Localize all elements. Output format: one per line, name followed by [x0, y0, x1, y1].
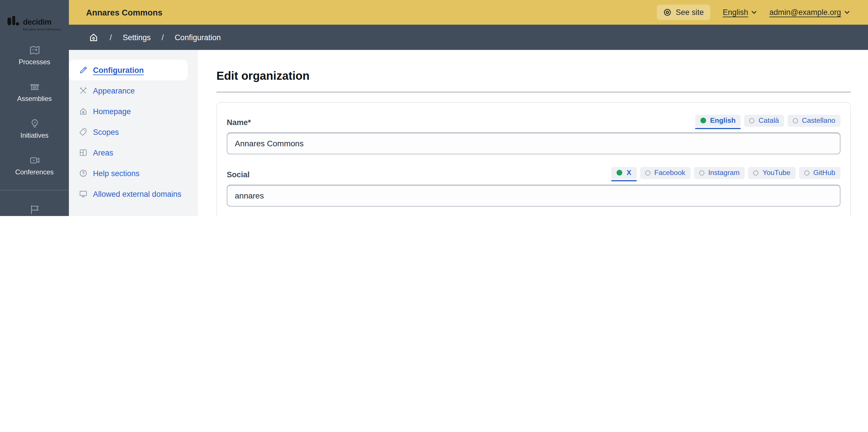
- language-tab-castellano[interactable]: Castellano: [787, 115, 840, 127]
- radio-icon: [753, 170, 758, 175]
- sidebar-group-spaces: Processes Assemblies Initiatives: [0, 36, 69, 183]
- organization-name: Annares Commons: [86, 8, 162, 17]
- field-name: Name* English Català: [227, 115, 840, 154]
- sidebar-item-label: Conferences: [15, 168, 54, 176]
- tools-icon: [79, 86, 88, 95]
- account-menu-label: admin@example.org: [769, 8, 841, 16]
- nav-item-homepage[interactable]: Homepage: [69, 101, 198, 122]
- sidebar-item-initiatives[interactable]: Initiatives: [0, 110, 69, 146]
- nav-item-label: Scopes: [93, 128, 119, 136]
- grid-icon: [79, 148, 88, 157]
- radio-selected-icon: [701, 118, 706, 123]
- sidebar-item-label: Initiatives: [20, 132, 49, 139]
- decidim-logo-mark: [7, 15, 21, 28]
- social-tab-instagram[interactable]: Instagram: [694, 167, 745, 179]
- nav-item-scopes[interactable]: Scopes: [69, 122, 198, 142]
- sidebar-group-admin: Global moderations Pages Partici: [0, 190, 69, 216]
- social-tab-github[interactable]: GitHub: [799, 167, 840, 179]
- see-site-button[interactable]: See site: [657, 5, 710, 20]
- social-input[interactable]: [227, 185, 840, 206]
- nav-item-help-sections[interactable]: Help sections: [69, 163, 198, 184]
- breadcrumb-item-settings[interactable]: Settings: [123, 33, 151, 42]
- breadcrumb-item-configuration[interactable]: Configuration: [175, 33, 221, 42]
- sidebar-item-processes[interactable]: Processes: [0, 36, 69, 73]
- nav-item-label: Appearance: [93, 86, 135, 95]
- sidebar-item-assemblies[interactable]: Assemblies: [0, 73, 69, 110]
- language-tab-label: English: [710, 117, 736, 125]
- chevron-down-icon: [844, 11, 849, 14]
- field-social: Social X Facebook: [227, 167, 840, 206]
- name-label: Name*: [227, 118, 251, 127]
- social-network-tabs: X Facebook Instagram: [612, 167, 840, 179]
- main-sidebar: decidim free open-source democracy Proce…: [0, 0, 69, 216]
- monitor-icon: [79, 189, 88, 199]
- social-tab-label: YouTube: [763, 169, 790, 177]
- price-tag-icon: [79, 127, 88, 137]
- see-site-label: See site: [676, 8, 704, 16]
- language-menu-label: English: [723, 8, 748, 16]
- video-icon: [28, 154, 40, 166]
- name-input[interactable]: [227, 133, 840, 154]
- social-tab-x[interactable]: X: [612, 167, 637, 179]
- eye-target-icon: [663, 8, 672, 16]
- breadcrumb-separator: /: [110, 33, 112, 42]
- language-tab-english[interactable]: English: [695, 115, 741, 127]
- flag-icon: [28, 203, 40, 215]
- content-area: Configuration Appearance Homepage: [69, 50, 868, 216]
- nav-item-label: Areas: [93, 148, 113, 157]
- title-divider: [216, 92, 851, 92]
- language-tabs: English Català Castellano: [695, 115, 840, 127]
- logo-tagline: free open-source democracy: [23, 27, 61, 31]
- language-menu[interactable]: English: [723, 8, 757, 16]
- sidebar-item-global-moderations[interactable]: Global moderations: [0, 196, 69, 216]
- bank-icon: [28, 80, 40, 93]
- question-icon: [79, 169, 88, 178]
- decidim-logo-text: decidim free open-source democracy: [23, 15, 61, 31]
- nav-item-label: Configuration: [93, 66, 144, 74]
- social-tab-facebook[interactable]: Facebook: [640, 167, 690, 179]
- language-tab-catala[interactable]: Català: [744, 115, 784, 127]
- nav-item-areas[interactable]: Areas: [69, 142, 198, 163]
- social-label: Social: [227, 170, 250, 179]
- radio-icon: [749, 118, 755, 123]
- home-gear-icon[interactable]: [88, 32, 99, 42]
- sidebar-item-label: Assemblies: [17, 95, 52, 102]
- social-tab-label: Instagram: [708, 169, 739, 177]
- logo-word: decidim: [23, 19, 61, 26]
- settings-secondary-nav: Configuration Appearance Homepage: [69, 50, 198, 216]
- radio-icon: [793, 118, 798, 123]
- social-tab-label: GitHub: [813, 169, 835, 177]
- language-tab-label: Català: [758, 117, 779, 125]
- nav-item-label: Help sections: [93, 169, 140, 177]
- nav-item-label: Allowed external domains: [93, 190, 181, 198]
- social-tab-youtube[interactable]: YouTube: [748, 167, 796, 179]
- sidebar-item-conferences[interactable]: Conferences: [0, 146, 69, 183]
- pencil-icon: [79, 65, 88, 75]
- edit-organization-form: Name* English Català: [216, 102, 851, 216]
- radio-selected-icon: [617, 170, 623, 175]
- page-title: Edit organization: [216, 69, 851, 82]
- map-icon: [28, 44, 40, 56]
- admin-page: decidim free open-source democracy Proce…: [0, 0, 868, 216]
- nav-item-label: Homepage: [93, 107, 131, 115]
- radio-icon: [699, 170, 704, 175]
- nav-item-appearance[interactable]: Appearance: [69, 80, 198, 101]
- radio-icon: [804, 170, 809, 175]
- account-menu[interactable]: admin@example.org: [769, 8, 849, 16]
- social-tab-label: X: [627, 169, 631, 177]
- language-tab-label: Castellano: [802, 117, 835, 125]
- top-bar-actions: See site English admin@example.org: [657, 5, 849, 20]
- nav-item-allowed-external-domains[interactable]: Allowed external domains: [69, 184, 198, 204]
- decidim-logo[interactable]: decidim free open-source democracy: [0, 0, 69, 31]
- breadcrumb: / Settings / Configuration: [69, 25, 868, 50]
- nav-item-configuration[interactable]: Configuration: [69, 60, 188, 80]
- social-tab-label: Facebook: [654, 169, 685, 177]
- main-panel: Edit organization Name* English: [198, 50, 868, 216]
- sidebar-item-label: Processes: [19, 58, 50, 66]
- radio-icon: [645, 170, 650, 175]
- breadcrumb-separator: /: [162, 33, 164, 42]
- top-bar: Annares Commons See site English admin@e…: [69, 0, 868, 25]
- chevron-down-icon: [751, 11, 756, 14]
- lightbulb-flash-icon: [28, 117, 40, 129]
- home-gear-icon: [79, 107, 88, 116]
